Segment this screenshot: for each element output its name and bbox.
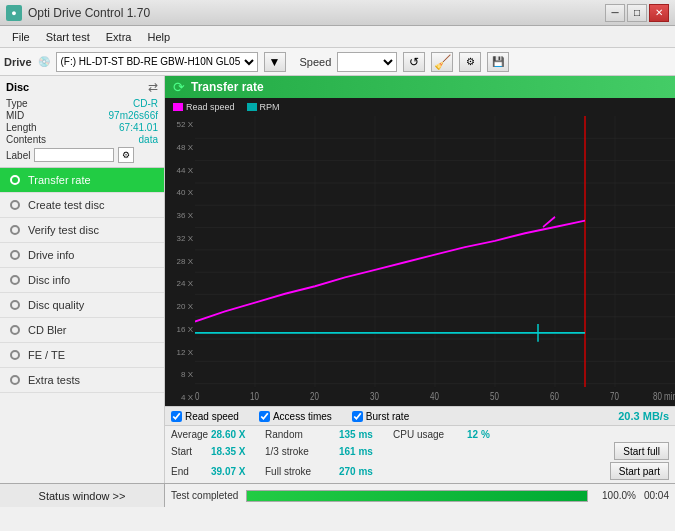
svg-text:30: 30 [370, 391, 379, 402]
full-stroke-label: Full stroke [265, 466, 335, 477]
read-speed-checkbox[interactable] [171, 411, 182, 422]
type-label: Type [6, 98, 28, 109]
svg-text:40: 40 [430, 391, 439, 402]
nav-drive-info[interactable]: Drive info [0, 243, 164, 268]
progress-time: 00:04 [644, 490, 669, 501]
stats-row-average: Average 28.60 X Random 135 ms CPU usage … [169, 428, 671, 441]
svg-line-30 [543, 217, 555, 227]
chart-title: Transfer rate [191, 80, 264, 94]
progress-percent: 100.0% [596, 490, 636, 501]
disc-panel: Disc ⇄ Type CD-R MID 97m26s66f Length 67… [0, 76, 164, 168]
nav-disc-quality[interactable]: Disc quality [0, 293, 164, 318]
nav-create-test-disc[interactable]: Create test disc [0, 193, 164, 218]
full-stroke-value: 270 ms [339, 466, 389, 477]
app-title: Opti Drive Control 1.70 [28, 6, 150, 20]
checkbox-burst-rate: Burst rate [352, 411, 409, 422]
nav-disc-info[interactable]: Disc info [0, 268, 164, 293]
nav-icon-extra-tests [10, 375, 20, 385]
checkbox-read-speed: Read speed [171, 411, 239, 422]
one-third-label: 1/3 stroke [265, 446, 335, 457]
right-content: ⟳ Transfer rate Read speed RPM 52 X 48 X… [165, 76, 675, 483]
svg-text:50: 50 [490, 391, 499, 402]
average-label: Average [171, 429, 207, 440]
start-part-button[interactable]: Start part [610, 462, 669, 480]
end-label: End [171, 466, 207, 477]
svg-text:10: 10 [250, 391, 259, 402]
start-label: Start [171, 446, 207, 457]
options-button[interactable]: ⚙ [459, 52, 481, 72]
nav-transfer-rate[interactable]: Transfer rate [0, 168, 164, 193]
burst-rate-checkbox[interactable] [352, 411, 363, 422]
access-times-checkbox[interactable] [259, 411, 270, 422]
start-full-button[interactable]: Start full [614, 442, 669, 460]
speed-label: Speed [300, 56, 332, 68]
menu-file[interactable]: File [4, 29, 38, 45]
nav-icon-disc-info [10, 275, 20, 285]
drive-action-button[interactable]: ▼ [264, 52, 286, 72]
sidebar: Disc ⇄ Type CD-R MID 97m26s66f Length 67… [0, 76, 165, 483]
speed-select[interactable] [337, 52, 397, 72]
progress-area: Test completed 100.0% 00:04 [165, 484, 675, 507]
main-layout: Disc ⇄ Type CD-R MID 97m26s66f Length 67… [0, 76, 675, 483]
stats-area: Average 28.60 X Random 135 ms CPU usage … [165, 426, 675, 483]
svg-text:0: 0 [195, 391, 199, 402]
nav-extra-tests[interactable]: Extra tests [0, 368, 164, 393]
drive-select[interactable]: (F:) HL-DT-ST BD-RE GBW-H10N GL05 [56, 52, 258, 72]
minimize-button[interactable]: ─ [605, 4, 625, 22]
window-controls: ─ □ ✕ [605, 4, 669, 22]
random-value: 135 ms [339, 429, 389, 440]
cpu-usage-value: 12 % [467, 429, 507, 440]
speed-refresh-button[interactable]: ↺ [403, 52, 425, 72]
chart-area: 52 X 48 X 44 X 40 X 36 X 32 X 28 X 24 X … [165, 116, 675, 406]
label-input[interactable] [34, 148, 114, 162]
status-window-button[interactable]: Status window >> [0, 484, 165, 507]
status-text: Test completed [171, 490, 238, 501]
mid-value: 97m26s66f [109, 110, 158, 121]
erase-button[interactable]: 🧹 [431, 52, 453, 72]
disc-toggle[interactable]: ⇄ [148, 80, 158, 94]
label-settings-button[interactable]: ⚙ [118, 147, 134, 163]
close-button[interactable]: ✕ [649, 4, 669, 22]
nav-fe-te[interactable]: FE / TE [0, 343, 164, 368]
progress-bar-fill [247, 491, 587, 501]
status-bar: Status window >> Test completed 100.0% 0… [0, 483, 675, 507]
chart-legend: Read speed RPM [165, 98, 675, 116]
nav-icon-transfer-rate [10, 175, 20, 185]
svg-text:60: 60 [550, 391, 559, 402]
menu-help[interactable]: Help [139, 29, 178, 45]
nav-verify-test-disc[interactable]: Verify test disc [0, 218, 164, 243]
nav-cd-bler[interactable]: CD Bler [0, 318, 164, 343]
svg-text:20: 20 [310, 391, 319, 402]
burst-rate-value: 20.3 MB/s [618, 410, 669, 422]
end-value: 39.07 X [211, 466, 261, 477]
maximize-button[interactable]: □ [627, 4, 647, 22]
label-label: Label [6, 150, 30, 161]
nav-icon-verify-test-disc [10, 225, 20, 235]
nav-icon-cd-bler [10, 325, 20, 335]
nav-icon-fe-te [10, 350, 20, 360]
stats-row-end: End 39.07 X Full stroke 270 ms Start par… [169, 461, 671, 481]
menu-extra[interactable]: Extra [98, 29, 140, 45]
menu-start-test[interactable]: Start test [38, 29, 98, 45]
menu-bar: File Start test Extra Help [0, 26, 675, 48]
svg-text:70: 70 [610, 391, 619, 402]
legend-rpm-color [247, 103, 257, 111]
chart-header-icon: ⟳ [173, 79, 185, 95]
length-value: 67:41.01 [119, 122, 158, 133]
save-button[interactable]: 💾 [487, 52, 509, 72]
app-icon: ● [6, 5, 22, 21]
checkbox-access-times: Access times [259, 411, 332, 422]
chart-y-labels: 52 X 48 X 44 X 40 X 36 X 32 X 28 X 24 X … [165, 116, 195, 406]
chart-header: ⟳ Transfer rate [165, 76, 675, 98]
type-value: CD-R [133, 98, 158, 109]
chart-main: 0 10 20 30 40 50 60 70 80 min [195, 116, 675, 406]
stats-row-start: Start 18.35 X 1/3 stroke 161 ms Start fu… [169, 441, 671, 461]
random-label: Random [265, 429, 335, 440]
nav-items: Transfer rate Create test disc Verify te… [0, 168, 164, 483]
contents-value: data [139, 134, 158, 145]
disc-title: Disc [6, 81, 29, 93]
progress-bar [246, 490, 588, 502]
svg-text:80 min: 80 min [653, 391, 675, 402]
average-value: 28.60 X [211, 429, 261, 440]
drive-label: Drive [4, 56, 32, 68]
